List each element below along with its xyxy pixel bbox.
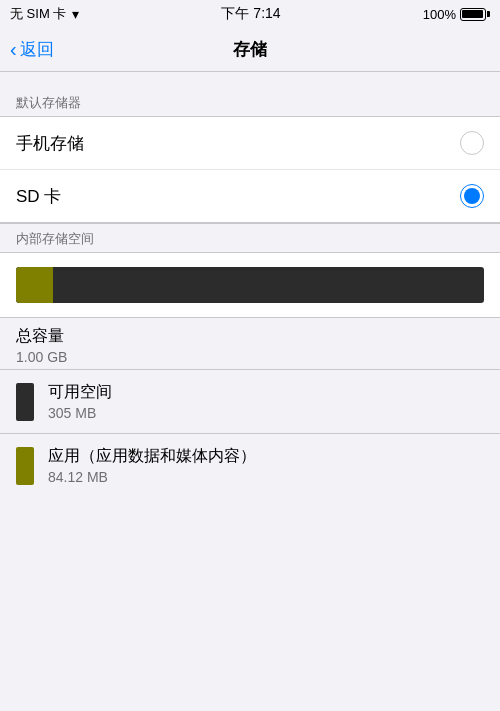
default-storage-header: 默认存储器 [0, 88, 500, 116]
section-gap-1 [0, 72, 500, 88]
phone-storage-label: 手机存储 [16, 132, 84, 155]
nav-bar: ‹ 返回 存储 [0, 28, 500, 72]
back-chevron-icon: ‹ [10, 39, 17, 59]
sd-card-label: SD 卡 [16, 185, 61, 208]
sd-card-radio[interactable] [460, 184, 484, 208]
storage-bar-container [0, 252, 500, 318]
apps-color-box [16, 447, 34, 485]
capacity-label: 总容量 [16, 326, 484, 347]
apps-subtitle: 84.12 MB [48, 469, 256, 485]
nav-title: 存储 [233, 38, 267, 61]
legend-section: 可用空间 305 MB 应用（应用数据和媒体内容） 84.12 MB [0, 369, 500, 497]
carrier-wifi: 无 SIM 卡 ▾ [10, 5, 79, 23]
carrier-label: 无 SIM 卡 [10, 5, 66, 23]
apps-item: 应用（应用数据和媒体内容） 84.12 MB [0, 433, 500, 497]
phone-storage-radio[interactable] [460, 131, 484, 155]
internal-storage-header: 内部存储空间 [0, 223, 500, 252]
storage-options-list: 手机存储 SD 卡 [0, 116, 500, 223]
battery-area: 100% [423, 7, 490, 22]
apps-text: 应用（应用数据和媒体内容） 84.12 MB [48, 446, 256, 485]
capacity-section: 总容量 1.00 GB [0, 318, 500, 369]
available-text: 可用空间 305 MB [48, 382, 112, 421]
sd-card-item[interactable]: SD 卡 [0, 169, 500, 222]
apps-title: 应用（应用数据和媒体内容） [48, 446, 256, 467]
available-subtitle: 305 MB [48, 405, 112, 421]
available-title: 可用空间 [48, 382, 112, 403]
available-space-item: 可用空间 305 MB [0, 369, 500, 433]
back-label: 返回 [20, 38, 54, 61]
storage-bar-used [16, 267, 53, 303]
battery-percent: 100% [423, 7, 456, 22]
available-color-box [16, 383, 34, 421]
sd-card-radio-inner [464, 188, 480, 204]
status-time: 下午 7:14 [221, 5, 280, 23]
storage-bar [16, 267, 484, 303]
capacity-value: 1.00 GB [16, 349, 484, 365]
back-button[interactable]: ‹ 返回 [10, 38, 54, 61]
status-bar: 无 SIM 卡 ▾ 下午 7:14 100% [0, 0, 500, 28]
wifi-icon: ▾ [72, 6, 79, 22]
phone-storage-item[interactable]: 手机存储 [0, 117, 500, 169]
battery-icon [460, 8, 490, 21]
